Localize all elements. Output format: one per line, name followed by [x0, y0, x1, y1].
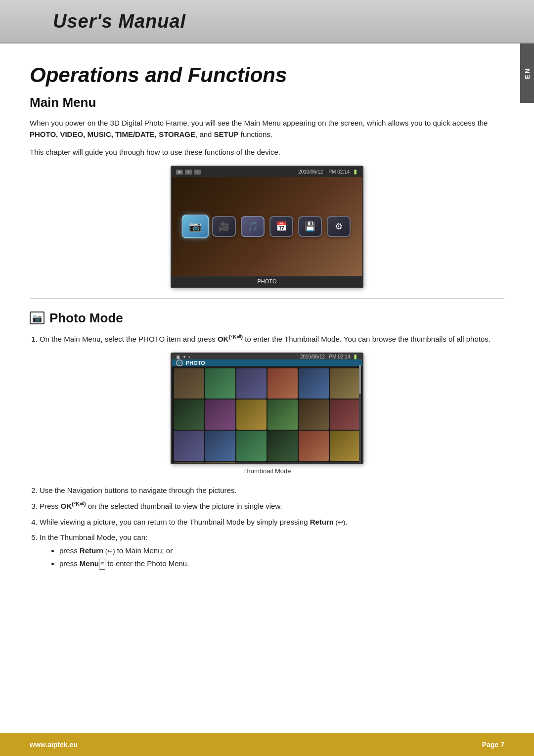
menu-item-video: 🎥 [212, 216, 236, 237]
main-menu-device-screen: ▣ ✦ ▪ 2010/06/12 PM 02:14 🔋 📷 🎥 [171, 166, 363, 288]
footer-url: www.aiptek.eu [30, 741, 78, 749]
step-2: Use the Navigation buttons to navigate t… [40, 485, 504, 496]
thumb-4 [267, 368, 298, 399]
thumb-empty-1 [236, 462, 267, 464]
header-title: User's Manual [53, 11, 186, 32]
thumbnail-screen-wrapper: ▣ ✦ ▪ 2010/06/12 PM 02:14 🔋 ○ PHOTO [30, 353, 504, 475]
thumb-6 [330, 368, 360, 399]
thumb-12 [330, 400, 360, 430]
photo-mode-heading: Photo Mode [49, 311, 123, 326]
menu-item-storage: 💾 [298, 216, 322, 237]
header-bar: User's Manual [0, 0, 534, 44]
screen-icon-power: ▪ [194, 170, 201, 175]
step-5-bullets: press Return (↩) to Main Menu; or press … [59, 545, 504, 570]
thumb-14 [205, 431, 235, 461]
photo-mode-icon: 📷 [30, 311, 44, 324]
main-content: Operations and Functions Main Menu When … [0, 44, 534, 614]
section-title: Operations and Functions [30, 63, 504, 87]
footer-page: Page 7 [482, 741, 504, 749]
thumb-5 [299, 368, 329, 399]
screen-topbar-left: ▣ ✦ ▪ [176, 170, 201, 175]
step-4: While viewing a picture, you can return … [40, 516, 504, 528]
bullet-1: press Return (↩) to Main Menu; or [59, 545, 504, 557]
screen-battery-icon: 🔋 [353, 170, 358, 175]
thumb-13 [174, 431, 204, 461]
ok-button-symbol: (°K⏎) [228, 334, 243, 340]
thumb-topbar-datetime: 2010/06/12 PM 02:14 🔋 [300, 354, 358, 359]
thumb-7 [174, 400, 204, 430]
main-menu-screen-wrapper: ▣ ✦ ▪ 2010/06/12 PM 02:14 🔋 📷 🎥 [30, 166, 504, 288]
thumbnail-device-screen: ▣ ✦ ▪ 2010/06/12 PM 02:14 🔋 ○ PHOTO [171, 353, 363, 464]
photo-mode-steps-2-5: Use the Navigation buttons to navigate t… [40, 485, 504, 570]
music-menu-icon: 🎵 [241, 216, 265, 237]
scrollbar-handle [359, 365, 361, 394]
thumb-header-label: PHOTO [186, 360, 205, 366]
thumb-battery-icon: 🔋 [353, 355, 358, 359]
thumb-15 [236, 431, 267, 461]
ok-button-text: OK [218, 335, 229, 343]
bullet2-menu: Menu [80, 559, 99, 568]
photo-menu-icon: 📷 [181, 215, 209, 238]
main-menu-paragraph1: When you power on the 3D Digital Photo F… [30, 117, 504, 140]
thumb-18 [330, 431, 360, 461]
screen-topbar: ▣ ✦ ▪ 2010/06/12 PM 02:14 🔋 [172, 167, 362, 177]
section-divider [30, 298, 504, 299]
thumb-3 [236, 368, 267, 399]
thumb-empty-3 [299, 462, 329, 464]
menu-item-time: 📅 [269, 216, 293, 237]
thumb-20 [205, 462, 235, 464]
photo-mode-steps: On the Main Menu, select the PHOTO item … [40, 333, 504, 345]
storage-menu-icon: 💾 [298, 216, 322, 237]
photo-mode-heading-row: 📷 Photo Mode [30, 311, 504, 326]
thumb-19 [174, 462, 204, 464]
video-menu-icon: 🎥 [212, 216, 236, 237]
thumb-topbar-left: ▣ ✦ ▪ [176, 355, 190, 359]
step-5: In the Thumbnail Mode, you can: press Re… [40, 532, 504, 570]
thumbnail-screen-area: ▣ ✦ ▪ 2010/06/12 PM 02:14 🔋 ○ PHOTO [172, 354, 362, 463]
screen-bottom-label: PHOTO [172, 276, 362, 287]
setup-menu-icon: ⚙ [327, 216, 351, 237]
thumb-17 [299, 431, 329, 461]
main-menu-paragraph2: This chapter will guide you through how … [30, 146, 504, 158]
en-language-tab: EN [520, 44, 534, 103]
menu-button-icon: ≡ [99, 559, 105, 569]
thumb-8 [205, 400, 235, 430]
menu-item-photo: 📷 [183, 216, 207, 237]
footer: www.aiptek.eu Page 7 [0, 733, 534, 756]
step4-return-text: Return [310, 518, 334, 526]
time-menu-icon: 📅 [269, 216, 293, 237]
thumbnail-topbar: ▣ ✦ ▪ 2010/06/12 PM 02:14 🔋 [172, 354, 362, 359]
menu-item-music: 🎵 [241, 216, 265, 237]
thumb-empty-4 [330, 462, 360, 464]
step3-ok-text: OK [61, 502, 72, 510]
thumb-9 [236, 400, 267, 430]
screen-icon-wifi: ✦ [185, 170, 192, 175]
thumb-11 [299, 400, 329, 430]
main-menu-heading: Main Menu [30, 95, 504, 110]
thumb-1 [174, 368, 204, 399]
bullet-2: press Menu≡ to enter the Photo Menu. [59, 558, 504, 570]
thumb-16 [267, 431, 298, 461]
thumb-2 [205, 368, 235, 399]
bullet1-return: Return [80, 546, 103, 555]
thumb-10 [267, 400, 298, 430]
screen-icon-sd: ▣ [176, 170, 183, 175]
thumb-empty-2 [267, 462, 298, 464]
thumbnail-scrollbar[interactable] [359, 365, 361, 463]
thumbnail-caption: Thumbnail Mode [243, 467, 291, 475]
thumbnail-grid [172, 366, 362, 464]
thumb-photo-icon: ○ [176, 359, 183, 366]
thumbnail-header: ○ PHOTO [172, 359, 362, 366]
main-menu-icons-area: 📷 🎥 🎵 📅 💾 ⚙ [172, 177, 362, 276]
screen-datetime: 2010/06/12 PM 02:14 🔋 [298, 169, 358, 175]
step-3: Press OK(°K⏎) on the selected thumbnail … [40, 500, 504, 512]
menu-item-setup: ⚙ [327, 216, 351, 237]
step-1: On the Main Menu, select the PHOTO item … [40, 333, 504, 345]
